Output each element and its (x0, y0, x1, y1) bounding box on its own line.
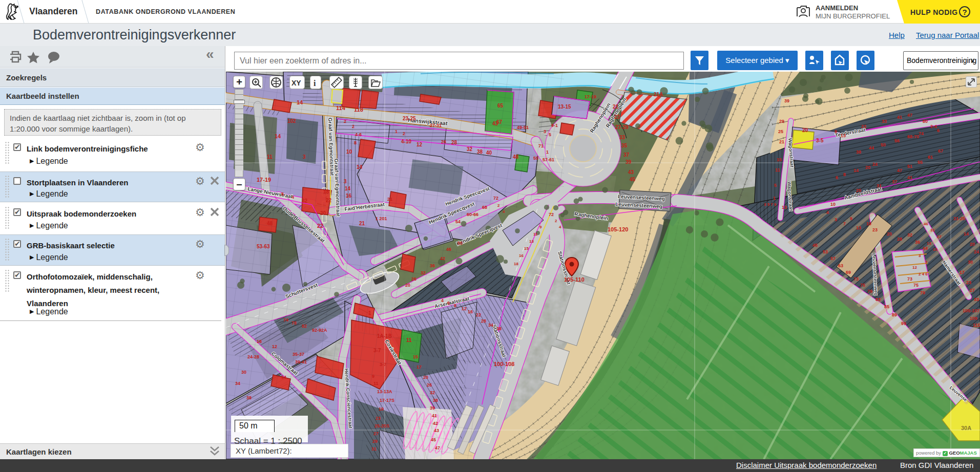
svg-text:105-107: 105-107 (963, 308, 979, 313)
svg-text:43: 43 (628, 169, 634, 175)
svg-text:39: 39 (784, 98, 789, 103)
svg-text:20: 20 (423, 375, 428, 380)
svg-text:34: 34 (488, 323, 493, 328)
svg-text:18: 18 (323, 189, 329, 195)
svg-text:27: 27 (937, 234, 942, 239)
svg-text:79: 79 (920, 290, 925, 295)
svg-text:29: 29 (779, 119, 784, 124)
svg-text:21-25: 21-25 (953, 216, 965, 221)
svg-text:42: 42 (440, 256, 445, 261)
svg-text:41: 41 (432, 413, 437, 418)
svg-text:13: 13 (841, 133, 846, 138)
svg-text:11: 11 (267, 154, 273, 160)
svg-text:1: 1 (368, 310, 371, 316)
svg-text:22: 22 (476, 312, 481, 317)
svg-text:111: 111 (973, 323, 980, 328)
svg-text:8: 8 (454, 303, 456, 308)
svg-text:2: 2 (555, 219, 557, 223)
svg-text:38: 38 (496, 326, 502, 331)
svg-text:43: 43 (434, 428, 439, 433)
svg-text:38: 38 (433, 398, 438, 403)
svg-text:19: 19 (866, 221, 871, 226)
svg-text:42: 42 (433, 421, 438, 426)
svg-text:4-10: 4-10 (401, 139, 411, 144)
svg-text:20: 20 (865, 165, 870, 170)
svg-text:9: 9 (372, 374, 374, 379)
svg-text:17-17S: 17-17S (380, 398, 394, 403)
svg-text:118: 118 (354, 106, 363, 113)
svg-text:68-70: 68-70 (907, 134, 919, 139)
svg-text:4: 4 (826, 210, 829, 215)
svg-text:23: 23 (861, 124, 866, 129)
svg-text:40: 40 (486, 150, 492, 156)
svg-text:2 4 6: 2 4 6 (919, 272, 928, 276)
svg-text:65: 65 (497, 103, 504, 109)
svg-text:36: 36 (430, 263, 435, 268)
svg-text:32: 32 (467, 146, 473, 152)
svg-text:3-5: 3-5 (816, 138, 824, 143)
svg-text:80: 80 (923, 119, 928, 124)
svg-text:50: 50 (457, 241, 463, 246)
svg-text:72: 72 (549, 212, 554, 217)
svg-text:83: 83 (875, 297, 881, 302)
svg-text:8: 8 (843, 172, 846, 177)
svg-text:25: 25 (856, 188, 861, 193)
svg-text:1: 1 (395, 129, 398, 134)
svg-text:39-41: 39-41 (295, 359, 307, 364)
svg-text:14: 14 (345, 186, 351, 191)
svg-text:24: 24 (974, 249, 979, 254)
svg-text:2-4: 2-4 (930, 124, 937, 129)
svg-text:23: 23 (376, 416, 381, 421)
svg-text:6: 6 (937, 128, 940, 133)
svg-text:30: 30 (968, 260, 973, 265)
svg-text:17-19: 17-19 (585, 94, 596, 99)
svg-text:39: 39 (430, 405, 435, 411)
svg-text:114: 114 (336, 105, 346, 111)
svg-text:1 201: 1 201 (376, 216, 387, 221)
svg-text:35-37: 35-37 (293, 352, 304, 357)
svg-text:24-28: 24-28 (247, 354, 259, 359)
svg-text:45: 45 (812, 243, 818, 248)
svg-text:5: 5 (549, 132, 551, 137)
svg-text:73: 73 (853, 276, 859, 282)
svg-text:16: 16 (346, 193, 352, 199)
svg-text:92-92A: 92-92A (312, 328, 327, 333)
svg-text:11: 11 (775, 167, 780, 173)
svg-text:47: 47 (435, 445, 440, 450)
svg-text:8: 8 (354, 140, 357, 145)
svg-text:11: 11 (533, 232, 538, 237)
svg-text:33: 33 (974, 297, 979, 302)
svg-text:31: 31 (877, 183, 882, 188)
svg-text:29: 29 (372, 439, 378, 444)
svg-text:102: 102 (287, 118, 296, 124)
svg-text:13-15: 13-15 (558, 104, 571, 110)
svg-text:15: 15 (413, 354, 418, 359)
svg-text:19: 19 (379, 406, 384, 412)
svg-text:20: 20 (405, 283, 410, 288)
svg-text:3: 3 (303, 154, 306, 160)
svg-text:10: 10 (346, 149, 352, 155)
svg-text:20: 20 (802, 127, 808, 133)
svg-text:23: 23 (966, 280, 971, 285)
svg-text:4: 4 (503, 209, 505, 214)
svg-text:i: i (314, 79, 316, 88)
svg-text:31: 31 (930, 228, 935, 232)
svg-text:44: 44 (869, 145, 874, 151)
svg-text:4-6: 4-6 (355, 132, 362, 137)
svg-text:39: 39 (625, 159, 632, 165)
svg-text:30A: 30A (961, 425, 971, 431)
svg-text:55: 55 (918, 160, 923, 165)
svg-text:9: 9 (850, 216, 852, 221)
svg-text:69: 69 (846, 270, 851, 275)
svg-text:75: 75 (860, 283, 865, 288)
svg-text:34: 34 (235, 381, 240, 386)
svg-text:11: 11 (406, 337, 412, 343)
svg-text:23: 23 (872, 227, 878, 232)
svg-text:12: 12 (272, 344, 277, 349)
svg-text:89: 89 (892, 312, 897, 317)
svg-text:21: 21 (613, 104, 619, 110)
svg-text:44: 44 (923, 246, 928, 251)
svg-text:22: 22 (317, 223, 323, 229)
svg-text:72: 72 (493, 196, 498, 201)
svg-text:23-25: 23-25 (403, 116, 416, 121)
